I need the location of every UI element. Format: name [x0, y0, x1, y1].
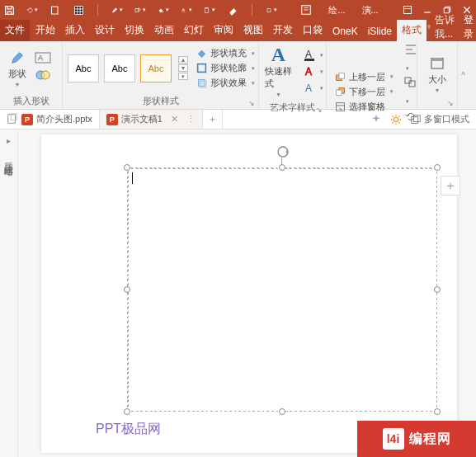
resize-handle-l[interactable]	[124, 286, 130, 293]
tab-insert[interactable]: 插入	[60, 20, 90, 41]
pen-icon[interactable]: ▾	[111, 4, 123, 16]
resize-handle-r[interactable]	[434, 286, 441, 293]
doc-tab-2[interactable]: P 演示文稿1 ✕ ⋮	[100, 110, 203, 129]
ribbon-tabs: 文件 开始 插入 设计 切换 动画 幻灯 审阅 视图 开发 口袋 OneK iS…	[0, 20, 476, 41]
group-label-wordart: 艺术字样式↘	[259, 101, 326, 115]
resize-handle-b[interactable]	[279, 408, 285, 415]
resize-handle-bl[interactable]	[124, 408, 130, 415]
side-pane: ▸ 题注缩略	[0, 130, 18, 457]
text-effects-icon[interactable]: A▾	[304, 81, 323, 96]
slide[interactable]: ＋ PPT极品网	[41, 134, 457, 453]
svg-point-12	[429, 26, 430, 26]
quick-styles-button[interactable]: A 快速样式 ▼	[262, 44, 295, 99]
effects-icon	[196, 78, 207, 89]
misc-icon[interactable]: ▾	[266, 4, 277, 16]
text-outline-icon[interactable]: A▾	[304, 64, 323, 79]
group-icon[interactable]: ▾	[404, 77, 417, 106]
resize-handle-br[interactable]	[434, 408, 441, 415]
grid-icon[interactable]	[73, 4, 84, 16]
dialog-launcher-icon-3[interactable]: ↘	[447, 99, 454, 107]
new-tab-button[interactable]: ＋	[203, 110, 223, 129]
outline-label: 形状轮廓	[210, 62, 247, 74]
document-tabs: P 简介头图.pptx P 演示文稿1 ✕ ⋮ ＋ 多窗口模式	[0, 110, 476, 130]
size-icon	[429, 55, 445, 72]
send-backward-button[interactable]: 下移一层▾	[332, 85, 396, 99]
tab-view[interactable]: 视图	[238, 20, 268, 41]
tab-developer[interactable]: 开发	[268, 20, 298, 41]
login-button[interactable]: 登录	[464, 13, 474, 41]
font-color-icon[interactable]: A▾	[181, 4, 192, 16]
tab-review[interactable]: 审阅	[209, 20, 238, 41]
resize-handle-t[interactable]	[279, 164, 285, 171]
sparkle-icon[interactable]	[370, 114, 382, 125]
wordart-A-icon: A	[271, 45, 285, 64]
text-fill-icon[interactable]: A▾	[304, 48, 323, 63]
layout-suggestion-icon[interactable]: ＋	[441, 176, 460, 196]
send-backward-icon	[334, 86, 346, 97]
group-insert-shape: 形状 ▼ A 插入形状	[0, 41, 63, 109]
svg-rect-28	[336, 90, 342, 96]
quick-styles-label: 快速样式	[265, 65, 292, 90]
shape-style-1[interactable]: Abc	[68, 54, 99, 82]
eraser-icon[interactable]	[227, 4, 238, 16]
svg-rect-10	[444, 8, 449, 13]
tell-me-search[interactable]: 告诉我...	[427, 13, 457, 41]
quick-access-toolbar: ▾ ▾ ▾ ▾ A▾ ▾ ▾	[3, 4, 277, 16]
resize-handle-tl[interactable]	[124, 164, 130, 171]
tab-design[interactable]: 设计	[90, 20, 120, 41]
tab-format[interactable]: 格式	[397, 20, 427, 41]
textbox-selected[interactable]	[127, 167, 437, 412]
dialog-launcher-icon[interactable]: ↘	[248, 99, 255, 107]
multi-window-icon[interactable]: 多窗口模式	[410, 114, 469, 125]
gear-icon[interactable]	[390, 114, 402, 125]
new-slide-icon[interactable]	[49, 4, 61, 16]
pane-collapse-icon[interactable]: ▸	[7, 136, 11, 145]
tab-onekey[interactable]: OneK	[328, 22, 363, 41]
tab-transition[interactable]: 切换	[120, 20, 149, 41]
undo-icon[interactable]: ▾	[26, 4, 38, 16]
dialog-launcher-icon-2[interactable]: ↘	[316, 106, 323, 114]
context-tab-draw: 绘...	[328, 4, 345, 16]
tab-slideshow[interactable]: 幻灯	[179, 20, 209, 41]
bring-forward-icon	[334, 71, 346, 82]
save-icon[interactable]	[3, 4, 15, 16]
merge-shapes-icon[interactable]	[35, 69, 51, 84]
gallery-up-icon[interactable]: ▲	[178, 56, 188, 64]
multi-window-label: 多窗口模式	[424, 113, 469, 125]
shape-fill-button[interactable]: 形状填充▾	[193, 46, 257, 60]
tab-menu-icon[interactable]: ⋮	[186, 114, 196, 125]
canvas[interactable]: ＋ PPT极品网	[18, 130, 476, 457]
collapse-ribbon-icon[interactable]: ^	[457, 41, 469, 109]
tab-home[interactable]: 开始	[31, 20, 60, 41]
ribbon-options-icon[interactable]	[402, 4, 413, 16]
size-button[interactable]: 大小 ▼	[425, 54, 450, 95]
svg-rect-5	[181, 12, 186, 12]
tab-file[interactable]: 文件	[0, 20, 30, 41]
shape-style-3[interactable]: Abc	[140, 54, 172, 82]
align-icon[interactable]: ▾	[404, 44, 417, 73]
shape-effects-button[interactable]: 形状效果▾	[193, 76, 257, 90]
rotate-handle[interactable]	[276, 144, 289, 158]
close-tab-icon[interactable]: ✕	[171, 114, 178, 125]
shape-style-2[interactable]: Abc	[104, 54, 135, 82]
paint-bucket-icon[interactable]: ▾	[158, 4, 169, 16]
tab-islide[interactable]: iSlide	[363, 22, 397, 41]
bring-forward-button[interactable]: 上移一层▾	[332, 70, 396, 84]
resize-handle-tr[interactable]	[434, 164, 441, 171]
send-backward-label: 下移一层	[349, 86, 385, 98]
shape-outline-button[interactable]: 形状轮廓▾	[193, 61, 257, 75]
svg-text:A: A	[305, 82, 312, 94]
edit-shape-button[interactable]: 形状 ▼	[5, 48, 30, 89]
tab-animation[interactable]: 动画	[149, 20, 179, 41]
gallery-more-icon[interactable]: ▾	[178, 73, 188, 80]
textbox-small-icon[interactable]: A	[35, 52, 51, 67]
tab-pocket[interactable]: 口袋	[298, 20, 328, 41]
tool-a-icon[interactable]	[300, 4, 312, 16]
group-arrange: 上移一层▾ 下移一层▾ 选择窗格 ▾ ▾ ▾ 排列	[327, 41, 417, 109]
powerpoint-icon: P	[106, 114, 118, 125]
shape-style-gallery[interactable]: Abc Abc Abc ▲ ▼ ▾	[68, 54, 188, 82]
paste-icon[interactable]: ▾	[204, 4, 215, 16]
doc-tab-1[interactable]: P 简介头图.pptx	[0, 110, 100, 129]
gallery-down-icon[interactable]: ▼	[178, 64, 188, 72]
shapes-icon[interactable]: ▾	[134, 4, 146, 16]
